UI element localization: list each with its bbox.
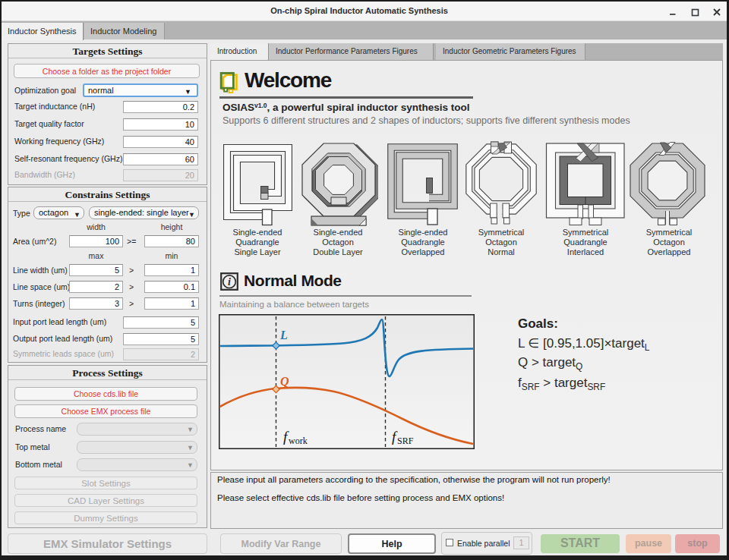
svg-text:work: work [289, 436, 308, 446]
svg-text:SRF: SRF [397, 436, 414, 446]
svg-text:Q: Q [280, 375, 289, 388]
svg-text:L: L [279, 329, 288, 341]
svg-text:i: i [228, 276, 231, 288]
